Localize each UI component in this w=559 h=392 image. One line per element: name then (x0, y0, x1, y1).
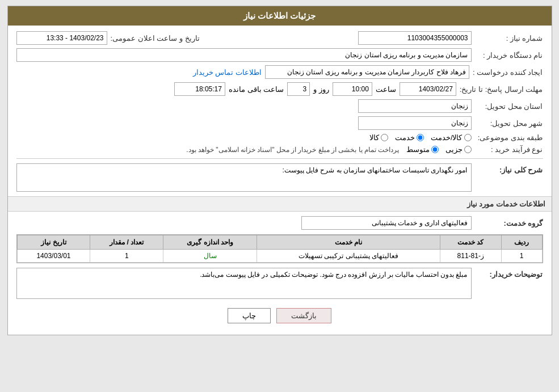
tozihat-textarea[interactable] (16, 268, 472, 299)
naam-dasteghah-input[interactable] (16, 48, 472, 62)
tarikhe-elan-label: تاریخ و ساعت اعلان عمومی: (111, 34, 200, 43)
print-button[interactable]: چاپ (228, 308, 271, 323)
cell-kod: ز-81-811 (440, 250, 501, 263)
content-area: شماره نیاز : تاریخ و ساعت اعلان عمومی: ن… (8, 26, 552, 335)
tarikhe-elan-input[interactable] (16, 31, 107, 45)
shomare-niaz-label: شماره نیاز : (475, 34, 543, 43)
page-title: جزئیات اطلاعات نیاز (243, 11, 316, 20)
naam-dasteghah-row: نام دستگاه خریدار : (16, 48, 543, 62)
ostan-row: استان محل تحویل: (16, 99, 543, 113)
col-kod: کد خدمت (440, 235, 501, 250)
page-header: جزئیات اطلاعات نیاز (8, 6, 552, 26)
farayand-row: نوع فرآیند خرید : جزیی متوسط پرداخت تمام… (16, 145, 543, 154)
radio-jozii-input[interactable] (464, 146, 472, 153)
divider-1 (16, 158, 543, 159)
iijad-konande-link[interactable]: اطلاعات تماس خریدار (193, 68, 262, 77)
mohlat-baqi-input[interactable] (174, 82, 225, 96)
cell-vahed: سال (163, 250, 257, 263)
page-container: جزئیات اطلاعات نیاز شماره نیاز : تاریخ و… (7, 6, 552, 335)
farayand-label: نوع فرآیند خرید : (475, 145, 543, 154)
mohlat-baqi-label: ساعت باقی مانده (229, 85, 284, 94)
radio-kala-khadamat-label: کالا/خدمت (431, 133, 463, 142)
back-button[interactable]: بازگشت (276, 308, 331, 323)
radio-mottaset-label: متوسط (406, 145, 430, 154)
col-tedad: تعداد / مقدار (90, 235, 163, 250)
radio-kala-input[interactable] (381, 134, 388, 141)
mohlat-saat-input[interactable] (333, 82, 372, 96)
shomare-tarikh-row: شماره نیاز : تاریخ و ساعت اعلان عمومی: (16, 31, 543, 45)
tabaghe-radio-group: کالا/خدمت خدمت کالا (369, 133, 472, 142)
sharh-row: شرح کلی نیاز: (16, 163, 543, 192)
mohlat-saat-label: ساعت (376, 85, 396, 94)
col-vahed: واحد اندازه گیری (163, 235, 257, 250)
iijad-konande-row: ایجاد کننده درخواست : اطلاعات تماس خریدا… (16, 65, 543, 79)
sharh-label: شرح کلی نیاز: (475, 163, 543, 174)
farayand-radio-group: جزیی متوسط پرداخت تمام یا بخشی از مبلغ خ… (186, 145, 471, 154)
radio-kala-khadamat-input[interactable] (464, 134, 472, 141)
cell-naam: فعالیتهای پشتیبانی ترکیبی تسهیلات (257, 250, 440, 263)
mohlat-date-input[interactable] (400, 82, 456, 96)
sharh-textarea[interactable] (16, 163, 472, 192)
shahr-input[interactable] (358, 116, 472, 130)
radio-kala-khadamat: کالا/خدمت (431, 133, 472, 142)
tabaghe-label: طبقه بندی موضوعی: (475, 133, 543, 142)
bottom-buttons: بازگشت چاپ (16, 302, 543, 329)
radio-khadamat: خدمت (395, 133, 424, 142)
mohlat-roz-label: روز و (313, 85, 329, 94)
gorooh-input[interactable] (301, 216, 472, 230)
radio-khadamat-label: خدمت (395, 133, 415, 142)
gorooh-label: گروه خدمت: (475, 219, 543, 227)
iijad-konande-input[interactable] (265, 65, 469, 79)
cell-tedad: 1 (90, 250, 163, 263)
khadamat-section-title: اطلاعات خدمات مورد نیاز (8, 196, 552, 212)
tabaghe-row: طبقه بندی موضوعی: کالا/خدمت خدمت کالا (16, 133, 543, 142)
table-row: 1 ز-81-811 فعالیتهای پشتیبانی ترکیبی تسه… (17, 250, 542, 263)
col-tarikh: تاریخ نیاز (17, 235, 90, 250)
naam-dasteghah-label: نام دستگاه خریدار : (475, 51, 543, 60)
farayand-note: پرداخت تمام یا بخشی از مبلغ خریدار از مح… (186, 146, 399, 154)
table-header-row: ردیف کد خدمت نام خدمت واحد اندازه گیری ت… (17, 235, 542, 250)
shomare-niaz-input[interactable] (358, 31, 472, 45)
shahr-row: شهر محل تحویل: (16, 116, 543, 130)
cell-radif: 1 (501, 250, 542, 263)
ostan-label: استان محل تحویل: (475, 102, 543, 111)
gorooh-row: گروه خدمت: (16, 216, 543, 230)
iijad-konande-label: ایجاد کننده درخواست : (473, 68, 543, 77)
radio-kala-label: کالا (369, 133, 379, 142)
radio-mottaset: متوسط (406, 145, 439, 154)
services-table-container: ردیف کد خدمت نام خدمت واحد اندازه گیری ت… (16, 234, 543, 263)
radio-jozii: جزیی (445, 145, 472, 154)
radio-jozii-label: جزیی (445, 145, 463, 154)
mohlat-label: مهلت ارسال پاسخ: تا تاریخ: (460, 85, 543, 94)
mohlat-roz-input[interactable] (287, 82, 310, 96)
radio-kala: کالا (369, 133, 388, 142)
cell-tarikh: 1403/03/01 (17, 250, 90, 263)
radio-khadamat-input[interactable] (417, 134, 424, 141)
shahr-label: شهر محل تحویل: (475, 119, 543, 128)
col-radif: ردیف (501, 235, 542, 250)
tozihat-label: توضیحات خریدار: (475, 268, 543, 279)
ostan-input[interactable] (358, 99, 472, 113)
radio-mottaset-input[interactable] (431, 146, 439, 153)
mohlat-row: مهلت ارسال پاسخ: تا تاریخ: ساعت روز و سا… (16, 82, 543, 96)
col-naam: نام خدمت (257, 235, 440, 250)
services-table: ردیف کد خدمت نام خدمت واحد اندازه گیری ت… (17, 235, 543, 263)
tozihat-row: توضیحات خریدار: (16, 268, 543, 299)
